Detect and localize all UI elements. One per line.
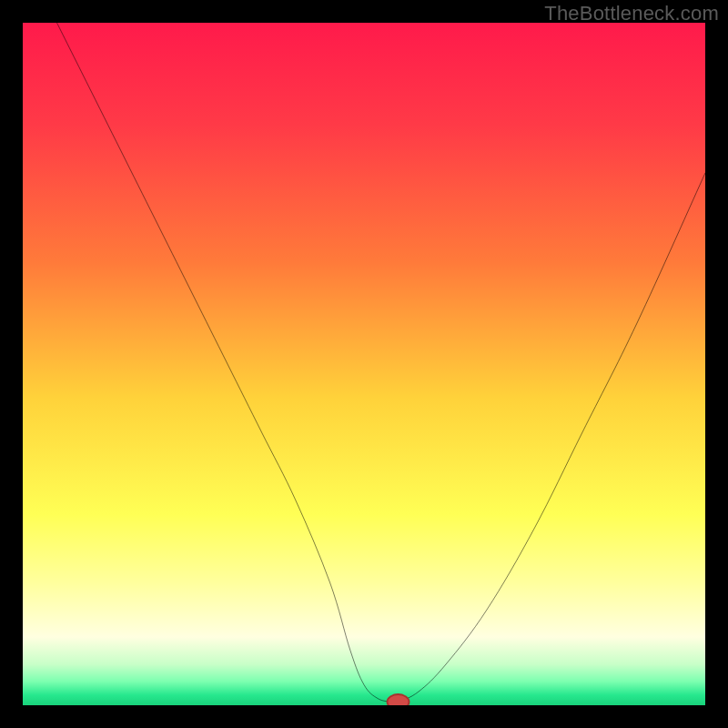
plot-svg (23, 23, 705, 705)
gradient-background (23, 23, 705, 705)
bottleneck-plot (23, 23, 705, 705)
optimum-marker (388, 694, 410, 705)
chart-frame: TheBottleneck.com (0, 0, 728, 728)
